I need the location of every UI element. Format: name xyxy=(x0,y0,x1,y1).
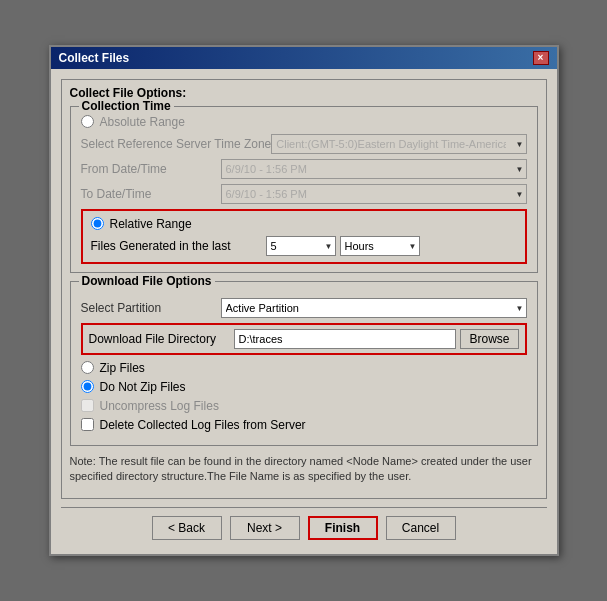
dialog-body: Collect File Options: Collection Time Ab… xyxy=(51,69,557,555)
note-text: Note: The result file can be found in th… xyxy=(70,454,538,485)
to-datetime-row: To Date/Time 6/9/10 - 1:56 PM xyxy=(81,184,527,204)
download-dir-input[interactable] xyxy=(234,329,457,349)
finish-button[interactable]: Finish xyxy=(308,516,378,540)
collect-file-options-group: Collect File Options: Collection Time Ab… xyxy=(61,79,547,500)
browse-button[interactable]: Browse xyxy=(460,329,518,349)
do-not-zip-radio[interactable] xyxy=(81,380,94,393)
relative-range-box: Relative Range Files Generated in the la… xyxy=(81,209,527,264)
ref-server-select-wrapper: Client:(GMT-5:0)Eastern Daylight Time-Am… xyxy=(271,134,526,154)
dialog-title: Collect Files xyxy=(59,51,130,65)
partition-select-wrapper: Active Partition xyxy=(221,298,527,318)
ref-server-select[interactable]: Client:(GMT-5:0)Eastern Daylight Time-Am… xyxy=(271,134,526,154)
delete-collected-label: Delete Collected Log Files from Server xyxy=(100,418,306,432)
download-file-options-group: Download File Options Select Partition A… xyxy=(70,281,538,446)
from-datetime-select[interactable]: 6/9/10 - 1:56 PM xyxy=(221,159,527,179)
close-button[interactable]: × xyxy=(533,51,549,65)
uncompress-log-row: Uncompress Log Files xyxy=(81,399,527,413)
files-generated-label: Files Generated in the last xyxy=(91,239,266,253)
absolute-range-row: Absolute Range xyxy=(81,115,527,129)
delete-collected-row: Delete Collected Log Files from Server xyxy=(81,418,527,432)
from-datetime-wrapper: 6/9/10 - 1:56 PM xyxy=(221,159,527,179)
hours-select[interactable]: Hours xyxy=(340,236,420,256)
to-datetime-label: To Date/Time xyxy=(81,187,221,201)
download-dir-label: Download File Directory xyxy=(89,332,234,346)
hours-select-wrapper: Hours xyxy=(340,236,420,256)
relative-range-radio[interactable] xyxy=(91,217,104,230)
download-file-options-label: Download File Options xyxy=(79,274,215,288)
collect-files-dialog: Collect Files × Collect File Options: Co… xyxy=(49,45,559,557)
files-generated-select[interactable]: 5 xyxy=(266,236,336,256)
ref-server-row: Select Reference Server Time Zone Client… xyxy=(81,134,527,154)
files-generated-row: Files Generated in the last 5 Hours xyxy=(91,236,517,256)
relative-range-row: Relative Range xyxy=(91,217,517,231)
next-button[interactable]: Next > xyxy=(230,516,300,540)
from-datetime-row: From Date/Time 6/9/10 - 1:56 PM xyxy=(81,159,527,179)
to-datetime-select[interactable]: 6/9/10 - 1:56 PM xyxy=(221,184,527,204)
absolute-range-label: Absolute Range xyxy=(100,115,185,129)
collection-time-label: Collection Time xyxy=(79,99,174,113)
zip-files-label: Zip Files xyxy=(100,361,145,375)
zip-files-row: Zip Files xyxy=(81,361,527,375)
download-dir-row: Download File Directory Browse xyxy=(81,323,527,355)
to-datetime-wrapper: 6/9/10 - 1:56 PM xyxy=(221,184,527,204)
title-bar: Collect Files × xyxy=(51,47,557,69)
absolute-range-radio[interactable] xyxy=(81,115,94,128)
button-row: < Back Next > Finish Cancel xyxy=(61,507,547,544)
from-datetime-label: From Date/Time xyxy=(81,162,221,176)
do-not-zip-row: Do Not Zip Files xyxy=(81,380,527,394)
do-not-zip-label: Do Not Zip Files xyxy=(100,380,186,394)
zip-files-radio[interactable] xyxy=(81,361,94,374)
delete-collected-checkbox[interactable] xyxy=(81,418,94,431)
cancel-button[interactable]: Cancel xyxy=(386,516,456,540)
uncompress-log-label: Uncompress Log Files xyxy=(100,399,219,413)
close-icon: × xyxy=(538,52,544,63)
select-partition-label: Select Partition xyxy=(81,301,221,315)
select-partition-row: Select Partition Active Partition xyxy=(81,298,527,318)
collection-time-group: Collection Time Absolute Range Select Re… xyxy=(70,106,538,273)
files-generated-value-wrapper: 5 xyxy=(266,236,336,256)
collect-file-options-title: Collect File Options: xyxy=(70,86,538,100)
back-button[interactable]: < Back xyxy=(152,516,222,540)
ref-server-label: Select Reference Server Time Zone xyxy=(81,137,272,151)
uncompress-log-checkbox[interactable] xyxy=(81,399,94,412)
relative-range-label: Relative Range xyxy=(110,217,192,231)
partition-select[interactable]: Active Partition xyxy=(221,298,527,318)
